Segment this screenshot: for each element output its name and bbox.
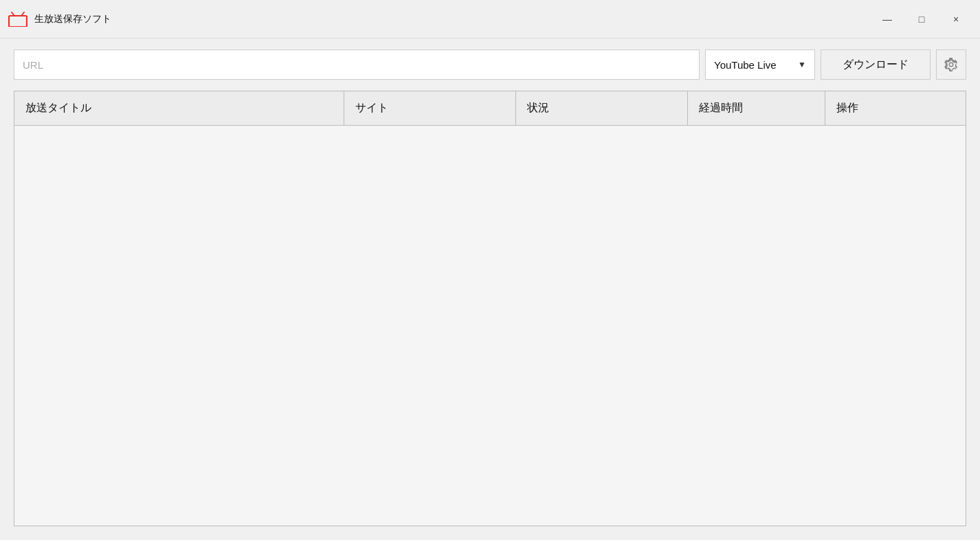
column-header-elapsed: 経過時間 xyxy=(688,91,825,125)
title-bar: 生放送保存ソフト — □ × xyxy=(0,0,980,38)
column-header-status: 状況 xyxy=(516,91,688,125)
title-bar-left: 生放送保存ソフト xyxy=(8,12,111,27)
column-header-title: 放送タイトル xyxy=(14,91,344,125)
table-body xyxy=(14,126,966,526)
table-header: 放送タイトル サイト 状況 経過時間 操作 xyxy=(14,91,966,126)
column-header-actions: 操作 xyxy=(825,91,966,125)
svg-rect-0 xyxy=(9,16,27,27)
close-button[interactable]: × xyxy=(940,8,972,30)
service-dropdown[interactable]: YouTube Live ▼ xyxy=(705,49,815,80)
window-controls: — □ × xyxy=(871,8,972,30)
settings-button[interactable] xyxy=(936,49,966,80)
service-dropdown-label: YouTube Live xyxy=(714,59,791,71)
app-title: 生放送保存ソフト xyxy=(34,13,111,25)
gear-icon xyxy=(944,57,959,72)
download-button[interactable]: ダウンロード xyxy=(821,49,931,80)
toolbar: YouTube Live ▼ ダウンロード xyxy=(0,38,980,91)
app-icon xyxy=(8,12,27,27)
minimize-button[interactable]: — xyxy=(871,8,903,30)
url-input[interactable] xyxy=(14,49,700,80)
column-header-site: サイト xyxy=(344,91,516,125)
dropdown-arrow-icon: ▼ xyxy=(798,60,806,69)
download-table: 放送タイトル サイト 状況 経過時間 操作 xyxy=(14,91,966,526)
maximize-button[interactable]: □ xyxy=(906,8,937,30)
